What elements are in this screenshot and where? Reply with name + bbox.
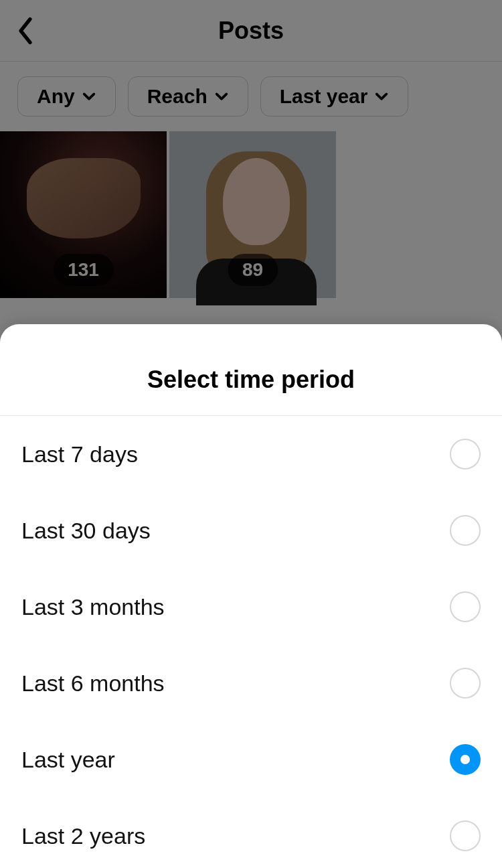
option-label: Last year xyxy=(21,747,115,773)
time-period-sheet: Select time period Last 7 daysLast 30 da… xyxy=(0,324,502,868)
option-label: Last 2 years xyxy=(21,823,145,849)
sheet-title: Select time period xyxy=(0,366,502,394)
radio-indicator[interactable] xyxy=(450,515,481,546)
option-label: Last 30 days xyxy=(21,518,151,544)
option-label: Last 3 months xyxy=(21,594,165,620)
radio-indicator[interactable] xyxy=(450,668,481,699)
time-period-option[interactable]: Last 2 years xyxy=(0,798,502,868)
time-period-option[interactable]: Last year xyxy=(0,721,502,798)
radio-indicator[interactable] xyxy=(450,591,481,622)
radio-indicator[interactable] xyxy=(450,744,481,775)
option-label: Last 6 months xyxy=(21,670,165,697)
time-period-option[interactable]: Last 6 months xyxy=(0,645,502,721)
radio-indicator[interactable] xyxy=(450,439,481,469)
time-period-option[interactable]: Last 30 days xyxy=(0,492,502,569)
option-label: Last 7 days xyxy=(21,441,138,467)
time-period-option[interactable]: Last 7 days xyxy=(0,416,502,492)
time-period-options: Last 7 daysLast 30 daysLast 3 monthsLast… xyxy=(0,416,502,868)
radio-indicator[interactable] xyxy=(450,820,481,851)
time-period-option[interactable]: Last 3 months xyxy=(0,569,502,645)
